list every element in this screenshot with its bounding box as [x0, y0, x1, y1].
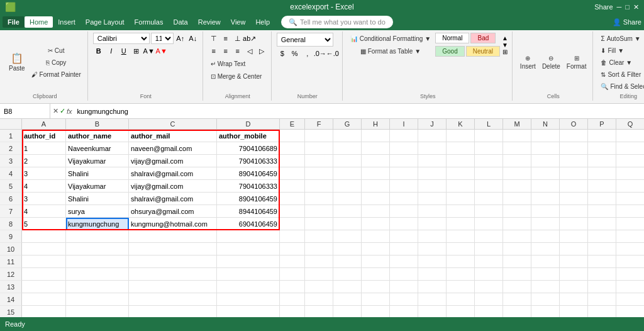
row-header[interactable]: 13 [0, 281, 22, 293]
grid-cell[interactable] [280, 180, 305, 193]
formula-input[interactable] [75, 108, 644, 115]
grid-cell[interactable] [22, 306, 66, 318]
grid-cell[interactable] [362, 281, 390, 293]
grid-cell[interactable] [217, 230, 280, 243]
align-center-button[interactable]: ≡ [220, 45, 231, 57]
conditional-formatting-button[interactable]: 📊 Conditional Formatting ▼ [348, 33, 434, 44]
grid-cell[interactable] [390, 218, 418, 230]
grid-cell[interactable] [305, 193, 333, 205]
grid-cell[interactable] [418, 205, 447, 218]
grid-cell[interactable] [560, 205, 588, 218]
wrap-text-button[interactable]: ↵ Wrap Text [208, 58, 248, 69]
grid-cell[interactable]: kungmungchung [66, 218, 129, 230]
grid-cell[interactable] [305, 281, 333, 293]
grid-cell[interactable] [129, 306, 217, 318]
grid-cell[interactable] [362, 142, 390, 155]
grid-cell[interactable] [503, 306, 531, 318]
grid-cell[interactable] [333, 193, 362, 205]
row-header[interactable]: 10 [0, 243, 22, 255]
grid-cell[interactable] [475, 268, 503, 281]
grid-cell[interactable] [217, 281, 280, 293]
col-header-p[interactable]: P [588, 119, 616, 129]
grid-cell[interactable] [418, 230, 447, 243]
insert-button[interactable]: ⊕ Insert [518, 45, 538, 79]
borders-button[interactable]: ⊞ [131, 45, 142, 57]
styles-scroll-up[interactable]: ▲ [502, 35, 508, 42]
grid-cell[interactable] [129, 255, 217, 268]
grid-cell[interactable] [616, 180, 644, 193]
grid-cell[interactable] [616, 293, 644, 306]
grid-cell[interactable] [390, 281, 418, 293]
grid-cell[interactable] [447, 306, 475, 318]
fill-color-button[interactable]: A▼ [143, 45, 155, 57]
italic-button[interactable]: I [106, 45, 117, 57]
cut-button[interactable]: ✂ Cut [29, 45, 84, 56]
grid-cell[interactable] [129, 293, 217, 306]
grid-cell[interactable] [22, 268, 66, 281]
grid-cell[interactable] [22, 230, 66, 243]
row-header[interactable]: 9 [0, 230, 22, 243]
grid-cell[interactable] [503, 142, 531, 155]
grid-cell[interactable] [390, 193, 418, 205]
grid-cell[interactable] [280, 255, 305, 268]
grid-cell[interactable] [390, 243, 418, 255]
grid-cell[interactable] [22, 255, 66, 268]
grid-cell[interactable] [531, 293, 560, 306]
grid-cell[interactable] [531, 180, 560, 193]
grid-cell[interactable] [531, 281, 560, 293]
grid-cell[interactable] [475, 155, 503, 167]
grid-cell[interactable] [418, 218, 447, 230]
insert-function-icon[interactable]: fx [67, 108, 72, 115]
grid-cell[interactable]: kungmung@hotmail.com [129, 218, 217, 230]
grid-cell[interactable] [475, 218, 503, 230]
underline-button[interactable]: U [118, 45, 130, 57]
grid-cell[interactable]: 3 [22, 193, 66, 205]
grid-cell[interactable] [362, 268, 390, 281]
grid-cell[interactable]: Vijayakumar [66, 155, 129, 167]
decrease-font-button[interactable]: A↓ [187, 33, 199, 44]
grid-cell[interactable] [280, 293, 305, 306]
grid-cell[interactable] [503, 243, 531, 255]
grid-cell[interactable]: 7904106333 [217, 180, 280, 193]
grid-cell[interactable] [217, 268, 280, 281]
grid-cell[interactable] [475, 243, 503, 255]
grid-cell[interactable] [588, 230, 616, 243]
col-header-c[interactable]: C [129, 119, 217, 129]
grid-cell[interactable] [390, 268, 418, 281]
grid-cell[interactable] [418, 167, 447, 180]
grid-cell[interactable] [531, 268, 560, 281]
grid-cell[interactable] [280, 306, 305, 318]
grid-cell[interactable] [390, 167, 418, 180]
grid-cell[interactable] [447, 193, 475, 205]
grid-cell[interactable] [588, 180, 616, 193]
grid-cell[interactable]: 6904106459 [217, 218, 280, 230]
grid-cell[interactable] [616, 230, 644, 243]
grid-cell[interactable]: author_id [22, 130, 66, 142]
grid-cell[interactable] [616, 281, 644, 293]
grid-cell[interactable] [503, 230, 531, 243]
grid-cell[interactable] [305, 243, 333, 255]
grid-cell[interactable] [305, 230, 333, 243]
grid-cell[interactable] [362, 205, 390, 218]
grid-cell[interactable] [362, 230, 390, 243]
menu-data[interactable]: Data [168, 16, 192, 28]
grid-cell[interactable] [418, 180, 447, 193]
grid-cell[interactable] [305, 167, 333, 180]
col-header-h[interactable]: H [362, 119, 390, 129]
grid-cell[interactable] [447, 281, 475, 293]
grid-cell[interactable] [503, 268, 531, 281]
grid-cell[interactable] [616, 130, 644, 142]
indent-decrease-button[interactable]: ◁ [244, 45, 255, 57]
grid-cell[interactable] [447, 142, 475, 155]
grid-cell[interactable] [333, 255, 362, 268]
grid-cell[interactable] [560, 255, 588, 268]
grid-cell[interactable] [333, 218, 362, 230]
row-header[interactable]: 14 [0, 293, 22, 306]
grid-cell[interactable] [531, 142, 560, 155]
increase-font-button[interactable]: A↑ [175, 33, 186, 44]
menu-view[interactable]: View [226, 16, 251, 28]
format-button[interactable]: ⊞ Format [564, 45, 589, 79]
grid-cell[interactable] [305, 155, 333, 167]
grid-cell[interactable] [362, 130, 390, 142]
grid-cell[interactable] [588, 130, 616, 142]
